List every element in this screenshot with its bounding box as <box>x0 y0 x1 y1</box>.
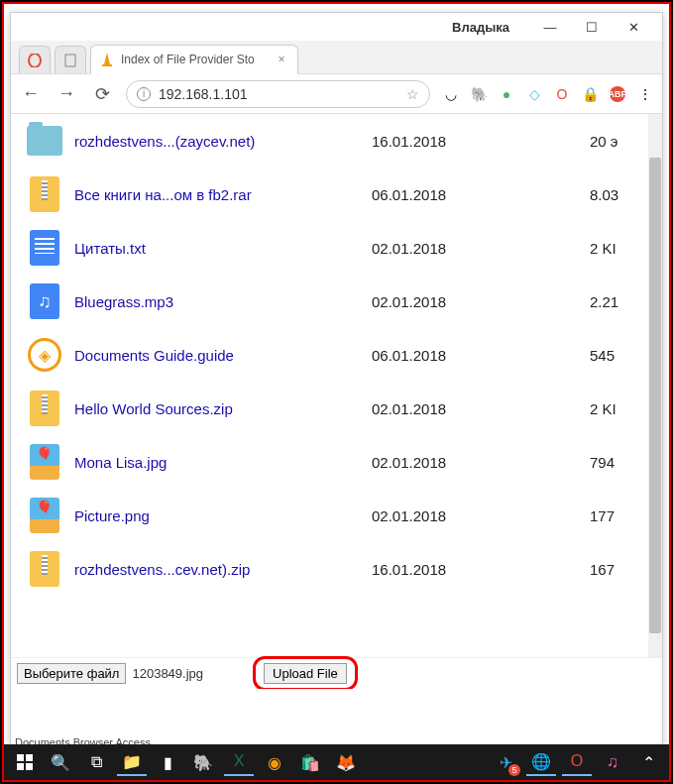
file-row: rozhdestvens...(zaycev.net)16.01.201820 … <box>11 114 662 168</box>
choose-file-button[interactable]: Выберите файл <box>17 663 126 684</box>
file-date: 02.01.2018 <box>372 507 590 524</box>
itunes-icon[interactable]: ♫ <box>598 748 627 776</box>
close-button[interactable]: ✕ <box>613 13 654 41</box>
taskbar: 🔍 ⧉ 📁 ▮ 🐘 X ◉ 🛍️ 🦊 ✈5 🌐 O ♫ ⌃ <box>4 744 669 780</box>
folder-icon <box>25 121 64 161</box>
chrome-icon[interactable]: 🌐 <box>526 748 556 776</box>
upload-bar: Выберите файл 1203849.jpg Upload File <box>11 657 662 689</box>
file-link[interactable]: Documents Guide.guide <box>74 347 372 364</box>
file-link[interactable]: rozhdestvens...cev.net).zip <box>74 561 372 578</box>
file-size: 177 <box>590 507 615 524</box>
page-icon <box>64 54 76 67</box>
file-link[interactable]: Все книги на...ом в fb2.rar <box>74 186 372 203</box>
file-row: Цитаты.txt02.01.20182 KI <box>11 221 662 275</box>
extension-icons: ◡ 🐘 ● ◇ O 🔒 ABP ⋮ <box>442 85 654 103</box>
toolbar: ← → ⟳ i 192.168.1.101 ☆ ◡ 🐘 ● ◇ O 🔒 ABP … <box>11 74 662 114</box>
maximize-button[interactable]: ☐ <box>571 13 613 41</box>
svg-rect-1 <box>65 55 75 66</box>
excel-icon[interactable]: X <box>224 748 254 776</box>
zip-icon <box>25 389 64 428</box>
img-icon <box>25 442 64 482</box>
file-listing: rozhdestvens...(zaycev.net)16.01.201820 … <box>11 114 662 689</box>
terminal-icon[interactable]: ▮ <box>153 748 182 776</box>
start-button[interactable] <box>10 748 40 776</box>
taskview-icon[interactable]: ⧉ <box>81 748 111 776</box>
file-row: Hello World Sources.zip02.01.20182 KI <box>11 382 662 435</box>
evernote-icon[interactable]: 🐘 <box>470 85 488 103</box>
file-link[interactable]: Цитаты.txt <box>74 240 372 257</box>
file-date: 02.01.2018 <box>372 293 590 310</box>
svg-rect-3 <box>102 64 112 66</box>
txt-icon <box>25 228 64 268</box>
opera-task-icon[interactable]: O <box>562 748 592 776</box>
file-row: Все книги на...ом в fb2.rar06.01.20188.0… <box>11 168 662 221</box>
file-row: ♫Bluegrass.mp302.01.20182.21 <box>11 275 662 328</box>
file-row: rozhdestvens...cev.net).zip16.01.2018167 <box>11 542 662 596</box>
gimp-icon[interactable]: 🦊 <box>331 748 361 776</box>
explorer-icon[interactable]: 📁 <box>117 748 147 776</box>
tab-blank[interactable] <box>55 46 86 73</box>
tab-strip: Index of File Provider Sto × <box>11 41 662 74</box>
file-link[interactable]: rozhdestvens...(zaycev.net) <box>74 133 372 150</box>
file-size: 545 <box>590 347 615 364</box>
file-date: 06.01.2018 <box>372 186 590 203</box>
evernote-task-icon[interactable]: 🐘 <box>188 748 218 776</box>
file-size: 20 э <box>590 133 618 150</box>
file-row: Mona Lisa.jpg02.01.2018794 <box>11 435 662 489</box>
file-link[interactable]: Mona Lisa.jpg <box>74 454 372 471</box>
lastpass-icon[interactable]: 🔒 <box>581 85 599 103</box>
vlc-icon <box>99 52 115 67</box>
file-date: 02.01.2018 <box>372 400 590 417</box>
file-size: 794 <box>590 454 615 471</box>
opera-ext-icon[interactable]: O <box>553 85 571 103</box>
file-size: 8.03 <box>590 186 618 203</box>
upload-file-button[interactable]: Upload File <box>264 663 347 684</box>
scrollbar-thumb[interactable] <box>649 158 661 633</box>
file-date: 02.01.2018 <box>372 240 590 257</box>
telegram-icon[interactable]: ✈5 <box>491 748 520 776</box>
file-link[interactable]: Bluegrass.mp3 <box>74 293 372 310</box>
tab-opera[interactable] <box>19 46 51 73</box>
tray-chevron-icon[interactable]: ⌃ <box>633 748 663 776</box>
file-date: 02.01.2018 <box>372 454 590 471</box>
adblock-icon[interactable]: ABP <box>609 85 626 103</box>
file-link[interactable]: Hello World Sources.zip <box>74 400 372 417</box>
file-size: 2 KI <box>590 400 617 417</box>
file-size: 2.21 <box>590 293 618 310</box>
window-titlebar: Владыка — ☐ ✕ <box>11 13 662 41</box>
tab-active[interactable]: Index of File Provider Sto × <box>90 45 298 74</box>
file-date: 16.01.2018 <box>372 561 590 578</box>
minimize-button[interactable]: — <box>529 13 571 41</box>
svg-rect-4 <box>17 754 24 761</box>
file-link[interactable]: Picture.png <box>74 507 372 524</box>
file-row: Picture.png02.01.2018177 <box>11 489 662 542</box>
search-icon[interactable]: 🔍 <box>46 748 75 776</box>
store-icon[interactable]: 🛍️ <box>295 748 325 776</box>
guide-icon: ◈ <box>25 335 64 375</box>
svg-rect-7 <box>26 763 33 770</box>
app-orange-icon[interactable]: ◉ <box>260 748 289 776</box>
pushbullet-icon[interactable]: ● <box>498 85 515 103</box>
user-label: Владыка <box>452 20 509 35</box>
ext-blue-icon[interactable]: ◇ <box>525 85 543 103</box>
svg-point-0 <box>29 54 41 67</box>
file-size: 2 KI <box>590 240 617 257</box>
scrollbar-track[interactable] <box>648 114 662 657</box>
file-row: ◈Documents Guide.guide06.01.2018545 <box>11 328 662 382</box>
svg-rect-6 <box>17 763 24 770</box>
reload-button[interactable]: ⟳ <box>90 82 114 106</box>
pocket-icon[interactable]: ◡ <box>442 85 460 103</box>
site-info-icon[interactable]: i <box>137 87 151 101</box>
zip-icon <box>25 174 64 214</box>
forward-button[interactable]: → <box>55 82 78 106</box>
url-bar[interactable]: i 192.168.1.101 ☆ <box>126 80 430 108</box>
tab-close-icon[interactable]: × <box>274 53 289 66</box>
upload-highlight: Upload File <box>253 656 358 689</box>
menu-icon[interactable]: ⋮ <box>636 85 654 103</box>
bookmark-star-icon[interactable]: ☆ <box>406 86 419 102</box>
file-date: 16.01.2018 <box>372 133 590 150</box>
img-icon <box>25 496 64 535</box>
back-button[interactable]: ← <box>19 82 43 106</box>
svg-rect-5 <box>26 754 33 761</box>
mp3-icon: ♫ <box>25 281 64 321</box>
